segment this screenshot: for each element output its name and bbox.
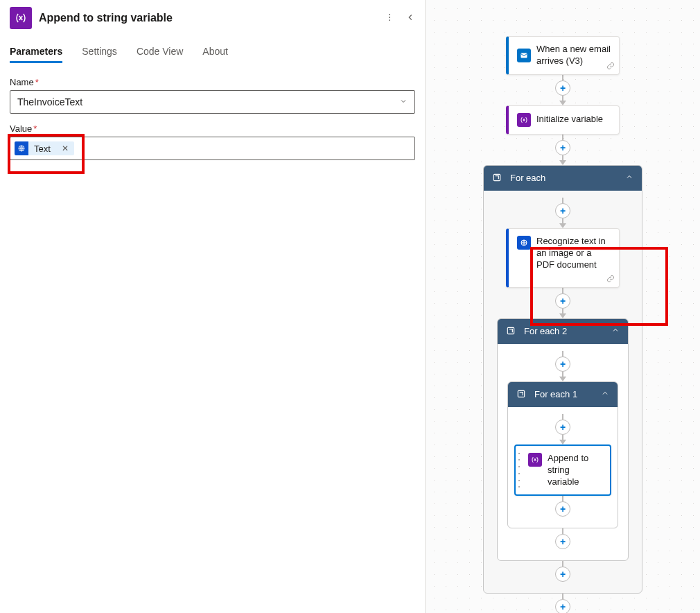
card-init-var-label: Initialize variable: [536, 114, 603, 126]
add-step-button[interactable]: +: [555, 534, 570, 549]
svg-point-0: [389, 13, 390, 15]
tab-settings[interactable]: Settings: [82, 46, 117, 63]
for-each-header[interactable]: For each: [484, 166, 642, 191]
chevron-up-icon: [601, 389, 609, 399]
flow-canvas[interactable]: When a new email arrives (V3) + Initiali…: [426, 0, 700, 613]
add-step-button[interactable]: +: [555, 501, 570, 517]
container-for-each-1[interactable]: For each 1 +: [507, 381, 618, 529]
name-dropdown[interactable]: TheInvoiceText: [10, 90, 415, 114]
card-append-label: Append to string variable: [548, 453, 602, 488]
chevron-up-icon: [611, 326, 620, 336]
add-step-button[interactable]: +: [555, 203, 570, 218]
card-trigger-label: When a new email arrives (V3): [536, 44, 611, 67]
svg-point-2: [389, 19, 390, 21]
add-step-button[interactable]: +: [555, 80, 570, 96]
field-value: Value* Text ✕: [10, 123, 415, 160]
add-step-button[interactable]: +: [555, 356, 570, 372]
for-each-2-header[interactable]: For each 2: [498, 319, 628, 344]
token-remove[interactable]: ✕: [56, 144, 74, 153]
panel-title: Append to string variable: [39, 12, 378, 24]
container-for-each-2[interactable]: For each 2 +: [497, 318, 629, 562]
card-initialize-variable[interactable]: Initialize variable: [506, 105, 620, 135]
card-append-to-string[interactable]: Append to string variable: [514, 444, 611, 497]
outlook-icon: [517, 49, 531, 62]
action-config-panel: Append to string variable Parameters Set…: [0, 0, 426, 613]
add-step-button[interactable]: +: [555, 567, 570, 582]
ai-icon: [517, 236, 531, 250]
for-each-title: For each: [510, 173, 545, 183]
more-icon[interactable]: [385, 12, 394, 24]
svg-rect-7: [507, 327, 514, 334]
panel-header: Append to string variable: [10, 7, 415, 46]
tab-about[interactable]: About: [202, 46, 228, 63]
container-for-each[interactable]: For each + Recognize text in an image o: [483, 165, 642, 594]
svg-rect-5: [493, 174, 500, 180]
add-step-button[interactable]: +: [555, 140, 570, 155]
for-each-2-title: For each 2: [524, 326, 567, 336]
svg-rect-8: [518, 390, 524, 397]
chevron-down-icon: [399, 96, 408, 107]
card-trigger[interactable]: When a new email arrives (V3): [506, 36, 620, 75]
token-label: Text: [28, 142, 56, 155]
for-each-1-title: For each 1: [534, 389, 577, 399]
name-value: TheInvoiceText: [17, 96, 82, 107]
variable-icon: [517, 113, 531, 127]
add-step-button[interactable]: +: [555, 599, 570, 613]
card-recognize-label: Recognize text in an image or a PDF docu…: [536, 236, 611, 271]
add-step-button[interactable]: +: [555, 293, 570, 309]
action-icon-variable: [10, 7, 32, 29]
ai-icon: [15, 141, 28, 155]
token-text[interactable]: Text ✕: [15, 141, 74, 155]
for-each-1-header[interactable]: For each 1: [508, 382, 618, 407]
add-step-button[interactable]: +: [555, 420, 570, 435]
value-label: Value*: [10, 123, 415, 134]
field-name: Name* TheInvoiceText: [10, 77, 415, 114]
tabs: Parameters Settings Code View About: [10, 46, 415, 63]
value-input[interactable]: Text ✕: [10, 137, 415, 160]
tab-code-view[interactable]: Code View: [137, 46, 183, 63]
loop-icon: [506, 326, 517, 337]
tab-parameters[interactable]: Parameters: [10, 46, 62, 63]
chevron-up-icon: [625, 173, 633, 183]
link-icon: [606, 62, 615, 71]
link-icon: [606, 275, 615, 284]
loop-icon: [516, 389, 527, 400]
drag-handle[interactable]: [517, 450, 521, 491]
svg-point-1: [389, 17, 390, 18]
loop-icon: [492, 173, 503, 184]
variable-icon: [528, 453, 542, 467]
name-label: Name*: [10, 77, 415, 87]
collapse-icon[interactable]: [405, 12, 415, 24]
card-recognize-text[interactable]: Recognize text in an image or a PDF docu…: [506, 228, 620, 288]
